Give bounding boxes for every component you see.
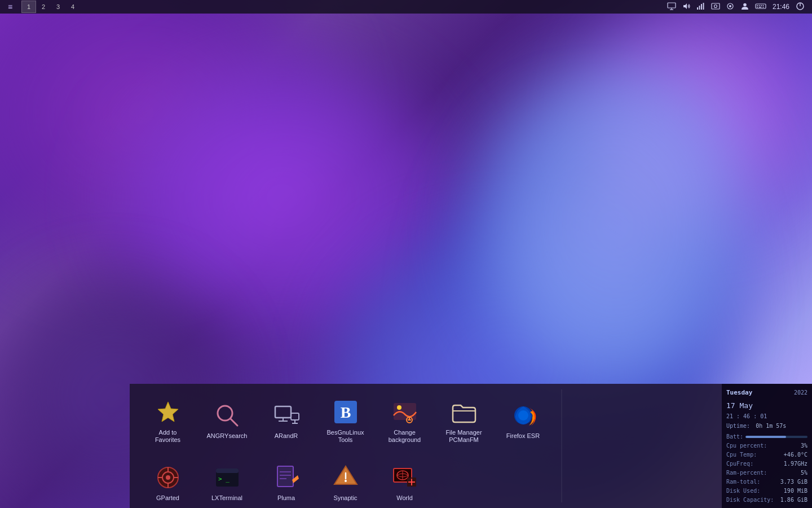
app-icon-lxterminal: > _	[213, 463, 242, 492]
svg-rect-51	[277, 466, 293, 487]
svg-point-43	[166, 475, 170, 480]
svg-point-11	[729, 5, 731, 7]
sysinfo-disk-used-value: 190 MiB	[784, 487, 807, 495]
app-item-firefox-esr[interactable]: Firefox ESR	[493, 389, 553, 452]
svg-rect-5	[699, 6, 700, 10]
app-icon-gparted	[153, 463, 183, 492]
app-icon-add-favorites	[153, 397, 183, 427]
app-label-change-background: Change background	[389, 429, 421, 444]
svg-rect-29	[291, 413, 299, 420]
app-item-file-manager[interactable]: File Manager PCManFM	[434, 389, 493, 452]
sysinfo-cpu-freq-row: CpuFreq: 1.97GHz	[726, 459, 807, 468]
sysinfo-cpu-percent-value: 3%	[801, 441, 807, 450]
taskbar-divider	[561, 389, 562, 502]
sysinfo-time: 21 : 46 : 01	[726, 412, 807, 421]
sysinfo-cpu-temp-value: +46.0°C	[784, 450, 807, 459]
app-icon-synaptic	[331, 463, 360, 492]
app-label-file-manager: File Manager PCManFM	[445, 429, 482, 444]
sysinfo-weekday: Tuesday	[726, 388, 752, 398]
panel-right: 21:46	[665, 2, 810, 12]
sysinfo-disk-capacity-row: Disk Capacity: 1.86 GiB	[726, 496, 807, 504]
sysinfo-ram-percent-value: 5%	[801, 468, 807, 477]
app-item-arandr[interactable]: ARandR	[257, 389, 316, 452]
workspace-3[interactable]: 3	[51, 1, 65, 13]
svg-rect-0	[668, 3, 676, 8]
app-icon-pluma	[272, 463, 301, 492]
app-icon-besgnulinux-tools: B	[331, 397, 360, 427]
workspace-1[interactable]: 1	[21, 1, 36, 13]
app-item-pluma[interactable]: Pluma	[257, 452, 316, 508]
sysinfo-year: 2022	[794, 388, 807, 398]
sysinfo-ram-total-value: 3.73 GiB	[780, 478, 807, 486]
svg-rect-49	[216, 468, 239, 473]
sysinfo-ram-percent-label: Ram-percent:	[726, 468, 767, 477]
sysinfo-cpu-percent-label: Cpu percent:	[726, 441, 767, 450]
network-icon[interactable]	[695, 2, 707, 12]
sysinfo-uptime: Uptime: 0h 1m 57s	[726, 422, 807, 430]
svg-rect-34	[394, 403, 416, 420]
app-label-world: World	[396, 494, 413, 502]
sysinfo-batt-row: Batt:	[726, 432, 807, 441]
bg-blob-6	[474, 56, 756, 395]
top-panel: ≡ 1 2 3 4	[0, 0, 812, 14]
app-item-world[interactable]: World	[375, 452, 434, 508]
svg-rect-17	[762, 5, 764, 6]
app-icon-firefox-esr	[509, 401, 538, 430]
sysinfo-cpu-temp-label: Cpu Temp:	[726, 450, 757, 459]
sysinfo-header: Tuesday 2022	[726, 388, 807, 398]
app-item-besgnulinux-tools[interactable]: B BesGnuLinux Tools	[316, 389, 375, 452]
panel-clock[interactable]: 21:46	[770, 3, 792, 11]
svg-rect-19	[758, 7, 761, 8]
display-icon[interactable]	[665, 2, 678, 12]
sysinfo-uptime-label: Uptime:	[726, 423, 750, 429]
svg-text:> _: > _	[218, 475, 230, 483]
sysinfo-batt-bar	[745, 436, 807, 438]
sysinfo-batt-fill	[745, 436, 785, 438]
app-label-arandr: ARandR	[275, 432, 298, 440]
workspace-4[interactable]: 4	[65, 1, 80, 13]
app-item-angrysearch[interactable]: ANGRYsearch	[197, 389, 257, 452]
power-icon[interactable]	[794, 2, 806, 12]
svg-point-57	[345, 480, 347, 482]
svg-point-40	[518, 410, 528, 421]
screenshot-icon[interactable]	[709, 2, 722, 12]
app-item-gparted[interactable]: GParted	[138, 452, 197, 508]
app-item-synaptic[interactable]: Synaptic	[316, 452, 375, 508]
sysinfo-disk-used-row: Disk Used: 190 MiB	[726, 487, 807, 495]
svg-line-25	[231, 419, 237, 426]
app-icon-world	[390, 463, 420, 492]
app-item-add-favorites[interactable]: Add to Favorites	[138, 389, 197, 452]
desktop: ≡ 1 2 3 4	[0, 0, 812, 508]
sysinfo-cpu-temp-row: Cpu Temp: +46.0°C	[726, 450, 807, 459]
svg-rect-13	[756, 4, 766, 8]
volume-icon[interactable]	[680, 2, 692, 12]
app-label-besgnulinux-tools: BesGnuLinux Tools	[326, 429, 364, 444]
svg-marker-3	[683, 3, 687, 9]
app-icon-angrysearch	[213, 401, 242, 430]
sysinfo-cpu-freq-label: CpuFreq:	[726, 459, 753, 468]
record-icon[interactable]	[724, 2, 736, 12]
sysinfo-uptime-value: 0h 1m 57s	[756, 423, 786, 429]
workspace-2[interactable]: 2	[36, 1, 51, 13]
sysinfo-cpu-freq-value: 1.97GHz	[784, 459, 807, 468]
svg-rect-6	[701, 4, 702, 10]
keyboard-icon[interactable]	[753, 2, 768, 12]
svg-rect-26	[275, 406, 291, 418]
panel-menu-button[interactable]: ≡	[2, 1, 18, 13]
svg-point-35	[397, 405, 401, 410]
app-label-synaptic: Synaptic	[333, 494, 357, 502]
svg-point-12	[743, 3, 747, 6]
svg-rect-18	[757, 7, 758, 8]
app-label-firefox-esr: Firefox ESR	[506, 432, 540, 440]
sysinfo-disk-capacity-value: 1.86 GiB	[780, 496, 807, 504]
user-icon[interactable]	[739, 2, 751, 12]
sysinfo-ram-total-row: Ram-total: 3.73 GiB	[726, 478, 807, 486]
svg-rect-20	[762, 7, 764, 8]
app-item-change-background[interactable]: Change background	[375, 389, 434, 452]
app-item-lxterminal[interactable]: > _ LXTerminal	[197, 452, 257, 508]
panel-left: ≡ 1 2 3 4	[2, 1, 665, 13]
svg-point-9	[714, 5, 717, 7]
app-label-pluma: Pluma	[277, 494, 295, 502]
app-label-gparted: GParted	[156, 494, 179, 502]
svg-text:B: B	[340, 404, 351, 421]
